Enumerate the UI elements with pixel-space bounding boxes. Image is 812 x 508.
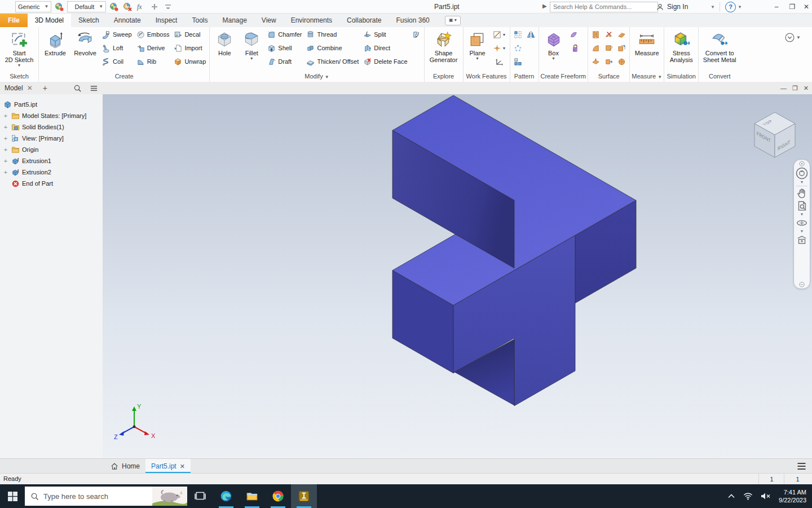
tab-part5[interactable]: Part5.ipt ✕ xyxy=(145,459,191,474)
ribbon-tab-fusion-360[interactable]: Fusion 360 xyxy=(389,14,436,27)
close-button[interactable]: ✕ xyxy=(799,0,812,14)
tree-row-solid-bodies-1[interactable]: +Solid Bodies(1) xyxy=(0,121,103,133)
part-3d-model[interactable] xyxy=(103,94,812,458)
coil-button[interactable]: Coil xyxy=(100,55,134,68)
trim-button[interactable] xyxy=(603,41,615,55)
face-button[interactable] xyxy=(568,28,580,41)
panel-label[interactable]: Measure ▼ xyxy=(632,72,662,82)
emboss-button[interactable]: Emboss xyxy=(135,28,171,41)
chevron-down-icon[interactable]: ▼ xyxy=(800,180,804,185)
close-icon[interactable]: ✕ xyxy=(180,463,185,470)
ribbon-collapse-button[interactable]: ▼ xyxy=(785,33,802,42)
close-icon[interactable]: ✕ xyxy=(27,84,33,92)
doc-minimize-button[interactable]: — xyxy=(780,85,787,91)
fillet-button[interactable]: Fillet▼ xyxy=(239,28,264,61)
shape-generator-button[interactable]: ShapeGenerator xyxy=(426,28,461,63)
look-at-tool-icon[interactable] xyxy=(795,234,809,246)
navbar-collapse-icon[interactable] xyxy=(795,282,809,287)
view-cube[interactable]: TOP FRONT RIGHT xyxy=(748,108,802,162)
taskbar-chrome-button[interactable] xyxy=(265,484,291,508)
help-button[interactable]: ? xyxy=(725,2,736,12)
extrude-button[interactable]: Extrude xyxy=(41,28,70,56)
rib-button[interactable]: Rib xyxy=(135,55,171,68)
chevron-right-icon[interactable]: ▶ xyxy=(542,3,547,9)
redo-button[interactable]: ▾ xyxy=(2,0,12,2)
taskbar-task-view-button[interactable] xyxy=(187,484,213,508)
plane-button[interactable]: Plane▼ xyxy=(465,28,490,61)
unwrap-button[interactable]: Unwrap xyxy=(172,55,208,68)
ribbon-tab-tools[interactable]: Tools xyxy=(184,14,215,27)
ribbon-tab-annotate[interactable]: Annotate xyxy=(107,14,148,27)
offset-button[interactable] xyxy=(590,55,602,68)
expand-icon[interactable]: + xyxy=(2,112,9,119)
chevron-down-icon[interactable]: ▼ xyxy=(710,5,715,10)
appearance-clear-button[interactable] xyxy=(122,1,133,12)
ribbon-tab-3d-model[interactable]: 3D Model xyxy=(28,14,71,27)
expand-icon[interactable]: + xyxy=(2,146,9,153)
stress-analysis-button[interactable]: StressAnalysis xyxy=(666,28,696,63)
draft-button[interactable]: Draft xyxy=(266,55,303,68)
help-search-input[interactable]: Search Help & Commands... xyxy=(550,2,658,12)
tab-home[interactable]: Home xyxy=(105,459,145,474)
convert-button[interactable] xyxy=(568,41,580,55)
replace-face-button[interactable] xyxy=(616,41,628,55)
taskbar-file-explorer-button[interactable] xyxy=(239,484,265,508)
patch-button[interactable] xyxy=(616,55,628,68)
volume-muted-icon[interactable] xyxy=(761,492,771,500)
taskbar-inventor-button[interactable] xyxy=(291,484,317,508)
add-browser-tab-button[interactable]: + xyxy=(37,84,53,93)
chamfer-button[interactable]: Chamfer xyxy=(266,28,303,41)
restore-button[interactable]: ❐ xyxy=(785,0,800,14)
search-icon[interactable] xyxy=(73,84,82,93)
tree-row-view-primary[interactable]: +View: [Primary] xyxy=(0,133,103,144)
browser-tab-model[interactable]: Model ✕ xyxy=(0,82,37,94)
point-button[interactable]: ▼ xyxy=(491,41,508,55)
doc-restore-button[interactable]: ❐ xyxy=(792,85,798,92)
appearance-add-button[interactable] xyxy=(109,1,119,12)
taskbar-search-box[interactable]: Type here to search xyxy=(25,487,187,506)
tree-row-origin[interactable]: +Origin xyxy=(0,144,103,155)
tree-row-extrusion1[interactable]: +Extrusion1 xyxy=(0,155,103,167)
expand-icon[interactable]: + xyxy=(2,169,9,176)
zoom-tool-icon[interactable] xyxy=(795,200,809,212)
appearance-combo[interactable]: Default ▼ xyxy=(67,1,106,12)
thicken-offset-button[interactable]: Thicken/ Offset xyxy=(304,55,360,68)
split-button[interactable]: Split xyxy=(361,28,409,41)
material-browser-icon[interactable] xyxy=(54,1,64,12)
orbit-tool-icon[interactable] xyxy=(795,217,809,229)
ucs-button[interactable] xyxy=(491,55,508,68)
expand-icon[interactable]: + xyxy=(2,135,9,142)
bend-part-button[interactable] xyxy=(411,28,422,41)
minimize-button[interactable]: – xyxy=(769,0,784,14)
tree-row-extrusion2[interactable]: +Extrusion2 xyxy=(0,167,103,178)
revolve-button[interactable]: Revolve xyxy=(71,28,99,56)
stitch-button[interactable] xyxy=(590,28,602,41)
expand-icon[interactable]: + xyxy=(2,157,9,164)
circular-pattern-button[interactable] xyxy=(512,41,524,55)
ruled-surface-button[interactable] xyxy=(616,28,628,41)
sweep-button[interactable]: Sweep xyxy=(100,28,134,41)
decal-button[interactable]: Decal xyxy=(172,28,208,41)
browser-menu-icon[interactable] xyxy=(90,84,98,93)
chevron-down-icon[interactable]: ▼ xyxy=(800,212,804,217)
ribbon-tab-inspect[interactable]: Inspect xyxy=(148,14,185,27)
combine-button[interactable]: Combine xyxy=(304,41,360,55)
ribbon-tab-collaborate[interactable]: Collaborate xyxy=(339,14,389,27)
plus-button[interactable] xyxy=(149,1,160,12)
start-button[interactable] xyxy=(0,484,25,508)
loft-button[interactable]: Loft xyxy=(100,41,134,55)
tab-list-menu-icon[interactable] xyxy=(797,462,806,470)
chevron-down-icon[interactable]: ▼ xyxy=(800,229,804,234)
measure-button[interactable]: Measure xyxy=(632,28,662,56)
derive-button[interactable]: Derive xyxy=(135,41,171,55)
panel-display-button[interactable]: ▣ ▾ xyxy=(445,16,461,25)
tree-row-end-of-part[interactable]: End of Part xyxy=(0,178,103,189)
boundary-patch-button[interactable] xyxy=(590,41,602,55)
sign-in-button[interactable]: Sign In xyxy=(656,0,688,14)
navigation-wheel-icon[interactable] xyxy=(795,167,809,180)
extend-button[interactable] xyxy=(603,55,615,68)
sketch-driven-pattern-button[interactable] xyxy=(512,55,524,68)
rectangular-pattern-button[interactable] xyxy=(512,28,524,41)
fx-button[interactable]: fx xyxy=(136,1,146,12)
thread-button[interactable]: Thread xyxy=(304,28,360,41)
